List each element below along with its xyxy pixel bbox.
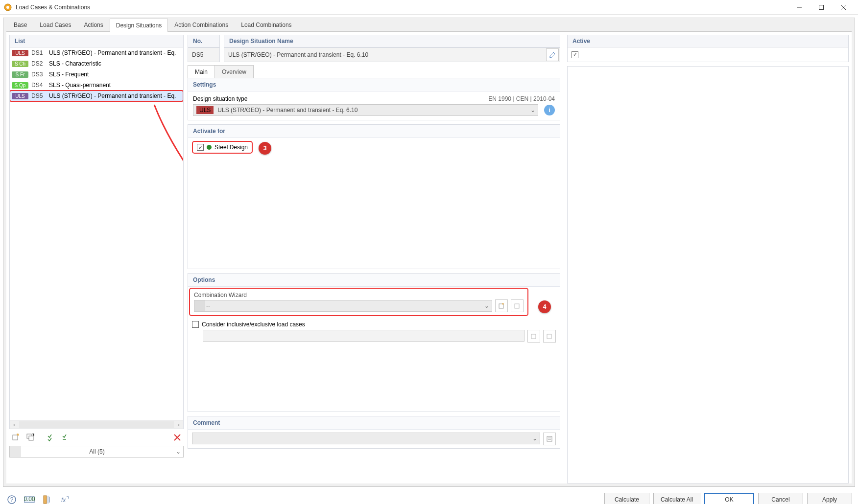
- scroll-track[interactable]: [19, 421, 174, 428]
- list-item[interactable]: S Ch DS2 SLS - Characteristic: [10, 58, 183, 69]
- tab-action-combinations[interactable]: Action Combinations: [168, 18, 235, 31]
- wizard-label: Combination Wizard: [194, 292, 524, 298]
- name-label: Design Situation Name: [224, 35, 560, 47]
- no-value-text: DS5: [192, 51, 203, 58]
- wizard-dropdown[interactable]: -- ⌄: [194, 300, 492, 312]
- list-body[interactable]: ULS DS1 ULS (STR/GEO) - Permanent and tr…: [9, 47, 184, 429]
- tag-sfr: S Fr: [12, 71, 28, 78]
- list-item-selected[interactable]: ULS DS5 ULS (STR/GEO) - Permanent and tr…: [10, 91, 183, 101]
- bottom-left-icons: ? 0.00 fx: [6, 494, 71, 504]
- tag-uls: ULS: [12, 50, 28, 56]
- consider-dropdown: [203, 330, 524, 342]
- function-icon[interactable]: fx: [59, 494, 71, 504]
- options-section: Options Combination Wizard -- ⌄: [188, 273, 560, 412]
- list-panel: List ULS DS1 ULS (STR/GEO) - Permanent a…: [9, 35, 184, 458]
- steel-design-checkbox[interactable]: [197, 144, 204, 151]
- minimize-button[interactable]: [788, 0, 810, 15]
- consider-new-button[interactable]: [527, 330, 540, 343]
- chevron-down-icon: ⌄: [528, 107, 538, 114]
- svg-rect-25: [44, 496, 47, 504]
- settings-type-dropdown[interactable]: ULS ULS (STR/GEO) - Permanent and transi…: [193, 104, 538, 116]
- list-item-id: DS3: [31, 71, 46, 78]
- dialog-frame: Base Load Cases Actions Design Situation…: [3, 18, 855, 487]
- preview-pane: [567, 66, 849, 483]
- close-button[interactable]: [832, 0, 854, 15]
- wizard-edit-button[interactable]: [511, 299, 524, 312]
- annotation-badge-4: 4: [538, 300, 551, 313]
- svg-text:?: ?: [10, 496, 14, 503]
- app-icon: [4, 3, 12, 11]
- svg-point-1: [6, 6, 9, 9]
- list-item-id: DS1: [31, 49, 46, 56]
- svg-rect-18: [547, 436, 552, 441]
- inner-tab-main[interactable]: Main: [188, 65, 215, 78]
- list-item-name: ULS (STR/GEO) - Permanent and transient …: [49, 49, 176, 56]
- calculate-all-button[interactable]: Calculate All: [653, 493, 700, 504]
- list-item[interactable]: S Qp DS4 SLS - Quasi-permanent: [10, 80, 183, 91]
- no-panel: No. DS5: [188, 35, 220, 62]
- chevron-down-icon: ⌄: [482, 302, 492, 309]
- list-filter-dropdown[interactable]: All (5) ⌄: [9, 446, 184, 458]
- tab-design-situations[interactable]: Design Situations: [110, 19, 168, 32]
- calculate-button[interactable]: Calculate: [604, 493, 649, 504]
- svg-text:fx: fx: [61, 497, 66, 504]
- active-label: Active: [567, 35, 849, 47]
- list-item[interactable]: ULS DS1 ULS (STR/GEO) - Permanent and tr…: [10, 47, 183, 58]
- bottom-bar: ? 0.00 fx Calculate Calculate All OK Can…: [0, 490, 858, 504]
- scroll-right-icon[interactable]: ›: [174, 420, 183, 429]
- settings-type-ref: EN 1990 | CEN | 2010-04: [488, 95, 555, 102]
- chevron-down-icon: ⌄: [173, 448, 183, 455]
- name-value: ULS (STR/GEO) - Permanent and transient …: [228, 51, 544, 58]
- comment-section: Comment ⌄: [188, 416, 560, 449]
- settings-type-label: Design situation type: [193, 95, 247, 102]
- list-h-scrollbar[interactable]: ‹ ›: [10, 420, 183, 429]
- active-checkbox[interactable]: [572, 51, 578, 58]
- left-column: List ULS DS1 ULS (STR/GEO) - Permanent a…: [6, 35, 184, 483]
- list-item[interactable]: S Fr DS3 SLS - Frequent: [10, 69, 183, 80]
- info-button[interactable]: i: [544, 105, 555, 115]
- new-item-button[interactable]: [9, 431, 22, 444]
- tab-base[interactable]: Base: [7, 18, 33, 31]
- name-field: ULS (STR/GEO) - Permanent and transient …: [224, 47, 560, 62]
- maximize-button[interactable]: [810, 0, 832, 15]
- scroll-left-icon[interactable]: ‹: [10, 420, 19, 429]
- tag-uls: ULS: [12, 93, 28, 99]
- settings-section: Settings Design situation type EN 1990 |…: [188, 78, 560, 120]
- settings-type-row: Design situation type EN 1990 | CEN | 20…: [193, 95, 555, 102]
- consider-edit-button[interactable]: [543, 330, 556, 343]
- main-tab-body: Settings Design situation type EN 1990 |…: [188, 78, 560, 449]
- tab-actions[interactable]: Actions: [77, 18, 109, 31]
- tab-load-combinations[interactable]: Load Combinations: [235, 18, 298, 31]
- annotation-arrow: [147, 102, 184, 181]
- cancel-button[interactable]: Cancel: [758, 493, 803, 504]
- comment-header: Comment: [188, 416, 560, 430]
- wizard-new-button[interactable]: [495, 299, 508, 312]
- view-icon[interactable]: [41, 494, 53, 504]
- delete-item-button[interactable]: [171, 431, 184, 444]
- copy-item-button[interactable]: ▾: [24, 431, 37, 444]
- inner-tab-overview[interactable]: Overview: [214, 65, 254, 78]
- svg-rect-6: [13, 435, 18, 440]
- svg-rect-3: [819, 5, 823, 9]
- apply-button[interactable]: Apply: [807, 493, 852, 504]
- edit-name-button[interactable]: [546, 48, 559, 61]
- svg-rect-17: [547, 334, 551, 339]
- units-icon[interactable]: 0.00: [24, 494, 35, 504]
- consider-checkbox[interactable]: [192, 321, 199, 328]
- activate-steel-row[interactable]: Steel Design: [193, 142, 252, 153]
- wizard-swatch: [194, 300, 205, 311]
- list-item-id: DS4: [31, 82, 46, 89]
- uncheck-all-button[interactable]: [59, 431, 72, 444]
- list-header: List: [9, 35, 184, 47]
- help-icon[interactable]: ?: [6, 494, 18, 504]
- check-all-button[interactable]: [45, 431, 57, 444]
- list-item-name: ULS (STR/GEO) - Permanent and transient …: [49, 92, 176, 99]
- no-value: DS5: [188, 47, 220, 62]
- comment-dropdown[interactable]: ⌄: [192, 433, 540, 444]
- ok-button[interactable]: OK: [704, 493, 754, 504]
- consider-label: Consider inclusive/exclusive load cases: [202, 321, 305, 328]
- middle-column: No. DS5 Design Situation Name ULS (STR/G…: [188, 35, 563, 483]
- comment-edit-button[interactable]: [543, 433, 556, 445]
- tab-load-cases[interactable]: Load Cases: [33, 18, 77, 31]
- options-header: Options: [188, 274, 560, 287]
